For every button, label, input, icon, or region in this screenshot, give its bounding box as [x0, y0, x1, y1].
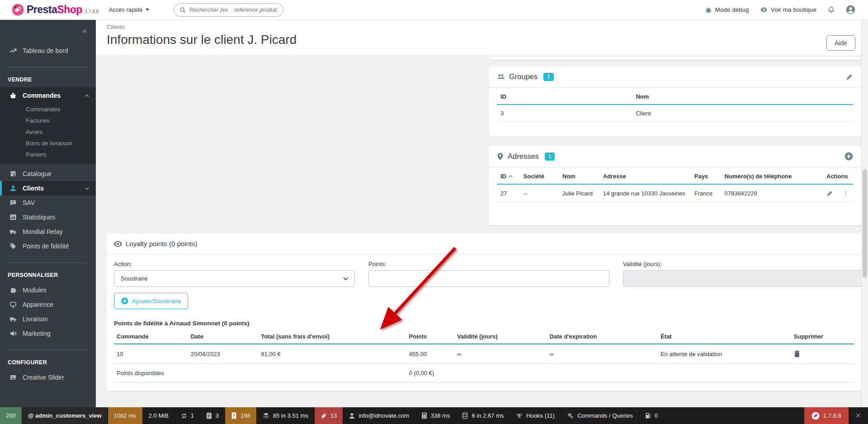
sidebar-item-label: Apparence	[23, 301, 53, 308]
sidebar-item-points-de-fidelite[interactable]: Points de fidélité	[0, 239, 96, 253]
sidebar-item-modules[interactable]: Modules	[0, 283, 96, 297]
addresses-count-badge: 1	[545, 152, 555, 161]
sidebar-item-label: Livraison	[23, 315, 48, 323]
commands-item[interactable]: Commands / Queries	[561, 407, 639, 424]
sidebar-item-clients[interactable]: Clients	[0, 181, 96, 195]
chevron-down-icon	[146, 9, 149, 11]
breadcrumb[interactable]: Clients	[107, 24, 297, 30]
loyalty-circle-plus-icon	[114, 240, 122, 248]
sidebar-item-creative-slider[interactable]: Creative Slider	[0, 370, 96, 385]
basket-icon	[9, 92, 17, 99]
debug-toolbar: 200 @ admin_customers_view 1082 ms 2.0 M…	[0, 407, 868, 424]
sidebar-item-label: Commandes	[23, 92, 61, 99]
points-summary-row: Points disponibles 0 (0,00 €)	[114, 364, 854, 383]
sidebar-item-marketing[interactable]: Marketing	[0, 326, 96, 341]
prestashop-logo-icon	[12, 4, 24, 16]
available-points-value: 0 (0,00 €)	[406, 364, 854, 383]
notifications-button[interactable]	[827, 6, 835, 14]
add-subtract-button[interactable]: Ajouter/Soustraire	[114, 293, 188, 309]
section-header-personalize: PERSONNALISER	[0, 263, 96, 283]
sidebar-item-mondial-relay[interactable]: Mondial Relay	[0, 224, 96, 239]
sidebar-item-livraison[interactable]: Livraison	[0, 312, 96, 326]
chevron-down-icon	[85, 186, 90, 191]
time-item[interactable]: 1082 ms	[108, 407, 143, 424]
sidebar-item-dashboard[interactable]: Tableau de bord	[0, 43, 96, 58]
order-total: 91,00 €	[258, 344, 406, 364]
cache-item[interactable]: 85 in 3.51 ms	[257, 407, 315, 424]
sidebar-item-commandes[interactable]: Commandes	[0, 87, 96, 104]
column-header-supprimer: Supprimer	[791, 329, 854, 344]
quick-access-menu[interactable]: Accès rapide	[108, 6, 149, 13]
column-header-date: Date	[188, 329, 259, 344]
user-item[interactable]: info@idnovate.com	[343, 407, 415, 424]
groups-panel: Groupes 1 ID Nom 3 Client	[489, 66, 861, 137]
sidebar-subitem-commandes[interactable]: Commandes	[0, 104, 96, 115]
quick-access-label: Accès rapide	[108, 6, 142, 13]
plus-circle-icon[interactable]	[844, 152, 853, 161]
status-badge[interactable]: 200	[0, 407, 22, 424]
plus-circle-icon	[121, 297, 128, 305]
addresses-panel: Adresses 1 ID Société Nom Adresse Pays N…	[489, 146, 861, 225]
sidebar-item-label: Statistiques	[23, 214, 55, 221]
sidebar-subitem-avoirs[interactable]: Avoirs	[0, 126, 96, 138]
sidebar-item-label: Marketing	[23, 330, 50, 337]
megaphone-icon	[9, 330, 17, 337]
search-icon	[179, 7, 186, 13]
vertical-scrollbar[interactable]	[861, 20, 868, 407]
sidebar-subitem-factures[interactable]: Factures	[0, 115, 96, 126]
view-shop-label: Voir ma boutique	[771, 6, 816, 13]
sidebar-subitem-paniers[interactable]: Paniers	[0, 149, 96, 160]
points-label: Points:	[368, 261, 609, 267]
queries-item[interactable]: 6 in 2.67 ms	[456, 407, 510, 424]
previous-panel-edge	[489, 57, 861, 60]
log-book-icon	[231, 412, 237, 419]
hooks-item[interactable]: Hooks (11)	[510, 407, 561, 424]
doctrine-item[interactable]: 338 ms	[415, 407, 457, 424]
sidebar-group-commandes: Commandes Commandes Factures Avoirs Bons…	[0, 87, 96, 164]
sidebar-item-apparence[interactable]: Apparence	[0, 297, 96, 312]
trending-up-icon	[9, 47, 17, 54]
scrollbar-thumb[interactable]	[863, 169, 867, 278]
column-header-total: Total (sans frais d'envoi)	[258, 329, 406, 344]
column-header-id-sortable[interactable]: ID	[497, 167, 520, 184]
account-menu[interactable]	[846, 5, 855, 14]
pencil-icon[interactable]	[846, 73, 853, 81]
help-button[interactable]: Aide	[826, 35, 855, 51]
forms-item[interactable]: 1	[175, 407, 200, 424]
memory-item[interactable]: 2.0 MiB	[143, 407, 175, 424]
global-search[interactable]	[174, 3, 283, 17]
brand-wordmark: PrestaShop	[27, 4, 82, 16]
addresses-panel-title: Adresses	[508, 152, 539, 161]
refresh-icon	[181, 413, 187, 419]
logs-item[interactable]: 198	[225, 407, 257, 424]
order-id: 10	[114, 344, 188, 364]
prestashop-version-badge[interactable]: 1.7.8.8	[804, 407, 849, 424]
requests-item[interactable]: 3	[200, 407, 225, 424]
mails-item[interactable]: 0	[639, 407, 664, 424]
kebab-icon[interactable]: ⋮	[842, 190, 849, 197]
groups-panel-title: Groupes	[509, 72, 538, 81]
view-shop-link[interactable]: Voir ma boutique	[760, 6, 816, 14]
points-input[interactable]	[368, 270, 609, 287]
order-state: En attente de validation	[658, 344, 791, 364]
truck-icon	[9, 315, 17, 323]
chat-icon	[9, 199, 17, 206]
twig-item[interactable]: 13	[315, 407, 343, 424]
address-name: Julie Picard	[559, 184, 599, 202]
sidebar-subitem-bons-de-livraison[interactable]: Bons de livraison	[0, 138, 96, 149]
action-select[interactable]: Soustraire	[114, 270, 355, 287]
group-name: Client	[632, 105, 853, 122]
debug-mode-link[interactable]: Mode debug	[705, 6, 749, 14]
pencil-icon[interactable]	[826, 190, 833, 197]
sidebar-item-label: Clients	[23, 185, 44, 192]
search-input[interactable]	[189, 7, 278, 13]
route-item[interactable]: @ admin_customers_view	[22, 407, 108, 424]
sidebar-item-statistiques[interactable]: Statistiques	[0, 210, 96, 224]
table-row: 27 -- Julie Picard 14 grande rue 10330 J…	[497, 184, 853, 202]
sidebar-item-catalogue[interactable]: Catalogue	[0, 167, 96, 181]
sidebar-item-sav[interactable]: SAV	[0, 195, 96, 210]
trash-icon[interactable]	[794, 350, 848, 357]
close-icon[interactable]: ✕	[849, 407, 868, 424]
sidebar-item-label: Mondial Relay	[23, 228, 63, 235]
sidebar-collapse-button[interactable]: «	[83, 26, 87, 35]
